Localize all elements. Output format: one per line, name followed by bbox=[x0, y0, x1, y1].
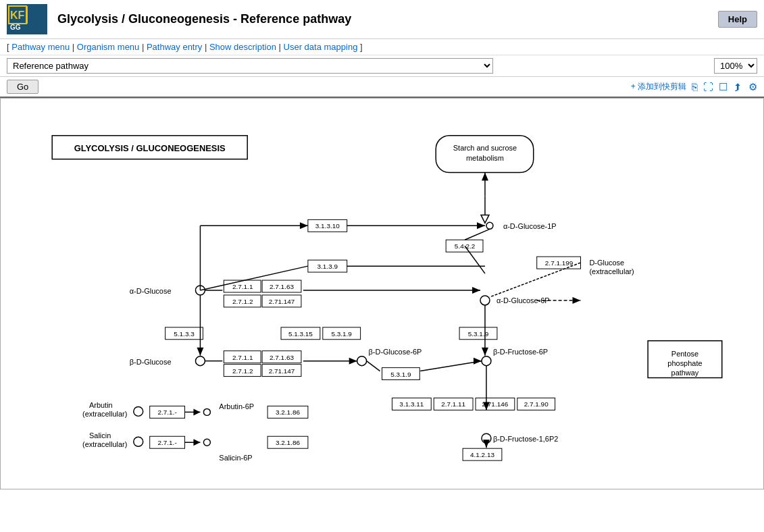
svg-text:3.2.1.86: 3.2.1.86 bbox=[276, 408, 300, 416]
svg-text:2.71.147: 2.71.147 bbox=[269, 367, 295, 375]
svg-line-126 bbox=[465, 229, 490, 240]
svg-point-50 bbox=[357, 356, 367, 366]
svg-point-28 bbox=[480, 296, 490, 305]
svg-text:metabolism: metabolism bbox=[466, 154, 504, 162]
svg-text:2.7.1.63: 2.7.1.63 bbox=[270, 354, 294, 361]
svg-text:5.1.3.3: 5.1.3.3 bbox=[174, 330, 195, 338]
export-icon[interactable]: ⮭ bbox=[733, 81, 743, 92]
svg-text:GLYCOLYSIS / GLUCONEOGENESIS: GLYCOLYSIS / GLUCONEOGENESIS bbox=[74, 143, 226, 153]
svg-text:2.7.1.1: 2.7.1.1 bbox=[232, 283, 253, 290]
svg-text:β-D-Fructose-1,6P2: β-D-Fructose-1,6P2 bbox=[493, 435, 558, 443]
fullscreen-icon[interactable]: ⛶ bbox=[703, 81, 713, 92]
svg-marker-103 bbox=[197, 348, 203, 356]
svg-text:Pentose: Pentose bbox=[671, 350, 698, 358]
svg-point-80 bbox=[134, 406, 143, 416]
svg-text:4.1.2.13: 4.1.2.13 bbox=[470, 451, 494, 458]
svg-text:Starch and sucrose: Starch and sucrose bbox=[453, 144, 517, 152]
svg-point-87 bbox=[203, 408, 210, 415]
svg-point-98 bbox=[203, 439, 210, 446]
svg-text:α-D-Glucose-1P: α-D-Glucose-1P bbox=[503, 222, 557, 230]
zoom-select[interactable]: 25% 50% 75% 100% 150% 200% bbox=[714, 58, 757, 74]
svg-text:3.2.1.86: 3.2.1.86 bbox=[276, 439, 300, 446]
svg-text:2.7.1.1: 2.7.1.1 bbox=[232, 354, 253, 361]
svg-point-124 bbox=[486, 222, 493, 229]
copy-icon[interactable]: ⎘ bbox=[692, 81, 698, 92]
svg-text:5.3.1.9: 5.3.1.9 bbox=[390, 371, 411, 378]
svg-point-48 bbox=[195, 356, 205, 366]
svg-text:Salicin-6P: Salicin-6P bbox=[219, 454, 252, 462]
svg-marker-31 bbox=[573, 297, 581, 304]
help-button[interactable]: Help bbox=[718, 11, 757, 28]
svg-marker-14 bbox=[481, 215, 489, 223]
restore-icon[interactable]: ☐ bbox=[719, 81, 728, 93]
svg-text:2.7.1.2: 2.7.1.2 bbox=[232, 298, 253, 305]
svg-marker-111 bbox=[349, 358, 357, 365]
svg-text:2.71.147: 2.71.147 bbox=[269, 298, 295, 305]
kegg-logo: KF GG bbox=[7, 4, 47, 34]
svg-text:5.3.1.9: 5.3.1.9 bbox=[468, 330, 489, 338]
svg-line-112 bbox=[367, 361, 380, 371]
svg-text:KF: KF bbox=[10, 9, 25, 21]
svg-text:Salicin: Salicin bbox=[89, 431, 111, 440]
svg-marker-123 bbox=[477, 222, 485, 229]
pathway-entry-link[interactable]: Pathway entry bbox=[147, 42, 202, 52]
svg-text:2.7.1.-: 2.7.1.- bbox=[157, 408, 176, 416]
show-description-link[interactable]: Show description bbox=[209, 42, 276, 52]
svg-text:phosphate: phosphate bbox=[667, 359, 702, 367]
svg-line-129 bbox=[490, 263, 581, 297]
svg-point-52 bbox=[482, 356, 491, 366]
pathway-diagram: GLYCOLYSIS / GLUCONEOGENESIS Starch and … bbox=[1, 99, 763, 489]
nav-suffix: ] bbox=[357, 42, 362, 52]
settings-icon[interactable]: ⚙ bbox=[748, 81, 757, 93]
svg-text:2.7.1.63: 2.7.1.63 bbox=[270, 283, 294, 290]
add-to-clipboard[interactable]: + 添加到快剪辑 bbox=[631, 81, 686, 92]
svg-text:β-D-Glucose-6P: β-D-Glucose-6P bbox=[369, 348, 422, 356]
svg-text:(extracellular): (extracellular) bbox=[82, 440, 127, 448]
toolbar: Reference pathway 25% 50% 75% 100% 150% … bbox=[0, 55, 764, 77]
svg-text:pathway: pathway bbox=[671, 369, 699, 377]
svg-marker-97 bbox=[193, 439, 200, 446]
svg-text:α-D-Glucose-6P: α-D-Glucose-6P bbox=[496, 296, 550, 304]
svg-text:(extracellular): (extracellular) bbox=[82, 410, 127, 418]
header: KF GG Glycolysis / Gluconeogenesis - Ref… bbox=[0, 0, 764, 39]
svg-text:3.1.3.10: 3.1.3.10 bbox=[315, 222, 340, 230]
pathway-container: GLYCOLYSIS / GLUCONEOGENESIS Starch and … bbox=[0, 98, 764, 489]
svg-text:β-D-Fructose-6P: β-D-Fructose-6P bbox=[493, 348, 548, 356]
svg-text:3.1.3.11: 3.1.3.11 bbox=[399, 400, 424, 408]
page-title: Glycolysis / Gluconeogenesis - Reference… bbox=[57, 12, 718, 26]
action-bar: Go + 添加到快剪辑 ⎘ ⛶ ☐ ⮭ ⚙ bbox=[0, 77, 764, 98]
svg-text:5.3.1.9: 5.3.1.9 bbox=[331, 330, 352, 338]
svg-text:Arbutin: Arbutin bbox=[89, 401, 113, 409]
svg-text:2.7.1.2: 2.7.1.2 bbox=[232, 367, 253, 375]
pathway-select-wrap: Reference pathway bbox=[7, 58, 709, 74]
svg-text:2.7.1.90: 2.7.1.90 bbox=[524, 400, 549, 408]
action-icons: + 添加到快剪辑 ⎘ ⛶ ☐ ⮭ ⚙ bbox=[631, 81, 757, 93]
svg-text:(extracellular): (extracellular) bbox=[589, 267, 634, 275]
svg-text:GG: GG bbox=[10, 24, 21, 31]
svg-point-91 bbox=[134, 437, 143, 446]
organism-menu-link[interactable]: Organism menu bbox=[77, 42, 139, 52]
svg-marker-114 bbox=[474, 358, 482, 365]
svg-text:2.7.1.-: 2.7.1.- bbox=[157, 439, 176, 446]
svg-text:Arbutin-6P: Arbutin-6P bbox=[219, 402, 254, 410]
svg-text:D-Glucose: D-Glucose bbox=[589, 259, 624, 267]
svg-marker-108 bbox=[482, 348, 488, 356]
svg-text:3.1.3.9: 3.1.3.9 bbox=[317, 263, 338, 270]
user-data-mapping-link[interactable]: User data mapping bbox=[284, 42, 358, 52]
svg-line-113 bbox=[420, 361, 482, 371]
svg-text:2.7.1.11: 2.7.1.11 bbox=[441, 400, 465, 408]
pathway-menu-link[interactable]: Pathway menu bbox=[11, 42, 70, 52]
nav-bar: [ Pathway menu | Organism menu | Pathway… bbox=[0, 39, 764, 55]
svg-marker-86 bbox=[193, 408, 200, 415]
svg-text:5.1.3.15: 5.1.3.15 bbox=[288, 330, 313, 338]
svg-marker-106 bbox=[472, 287, 480, 294]
svg-marker-12 bbox=[482, 173, 488, 181]
go-button[interactable]: Go bbox=[7, 80, 39, 94]
svg-text:α-D-Glucose: α-D-Glucose bbox=[130, 287, 172, 295]
svg-text:2.7.1.199: 2.7.1.199 bbox=[545, 259, 574, 267]
svg-text:β-D-Glucose: β-D-Glucose bbox=[130, 358, 172, 366]
svg-marker-118 bbox=[483, 440, 490, 448]
svg-marker-121 bbox=[300, 222, 308, 229]
pathway-select[interactable]: Reference pathway bbox=[7, 58, 493, 74]
